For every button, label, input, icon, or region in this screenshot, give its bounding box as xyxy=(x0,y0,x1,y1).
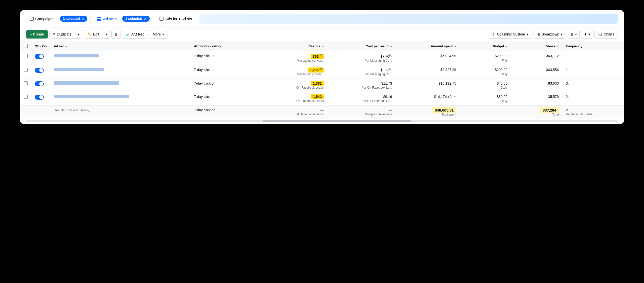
adsets-selected-badge[interactable]: 1 selected ✕ xyxy=(122,16,150,22)
row1-results-sub: Messaging conver... xyxy=(262,59,324,62)
row4-results-cell: 1,542 On-Facebook Leads xyxy=(259,92,327,105)
row1-toggle[interactable] xyxy=(35,54,44,59)
report-chevron-icon: ▾ xyxy=(575,32,577,36)
summary-amount-value: $46,665.81 xyxy=(432,107,456,113)
columns-chevron-icon: ▾ xyxy=(527,32,528,36)
row3-checkbox[interactable] xyxy=(24,81,28,85)
edit-dropdown-button[interactable]: ▾ xyxy=(103,30,110,39)
edit-button[interactable]: ✏️ Edit xyxy=(84,30,103,39)
row4-attribution: 7-day click or... xyxy=(194,95,217,99)
row4-attribution-cell: 7-day click or... xyxy=(190,92,259,105)
row4-adset-name[interactable] xyxy=(54,95,129,98)
row1-amount-cell: $6,024.99 xyxy=(396,51,460,65)
results-sort-icon: ▾ xyxy=(322,45,324,48)
breakdown-label: Breakdown xyxy=(542,32,559,36)
header-results[interactable]: Results ▾ xyxy=(259,41,327,51)
table-row: 7-day click or... 1,206[2] Messaging con… xyxy=(20,65,624,79)
download-button[interactable]: ⬇ ▾ xyxy=(581,30,593,39)
abtest-icon: 🧪 xyxy=(126,32,130,36)
row1-adset-cell xyxy=(50,51,190,65)
more-chevron-icon: ▾ xyxy=(162,32,164,36)
row1-attribution: 7-day click or... xyxy=(194,54,217,58)
budget-sort-icon: ▾ xyxy=(506,45,507,48)
row4-amount-cell: $14,174.42 ✏ xyxy=(396,92,460,105)
header-views[interactable]: Views ▾ xyxy=(511,41,562,51)
row3-budget-cell: $40.00 Daily xyxy=(460,79,511,92)
nav-divider-2 xyxy=(153,15,153,22)
row1-adset-name[interactable] xyxy=(54,54,99,57)
row3-budget: $40.00 xyxy=(497,81,507,85)
summary-freq-cell: 2. Per Accounts Cente... xyxy=(562,105,624,119)
row3-checkbox-cell xyxy=(20,79,31,92)
table-row: 7-day click or... 1,381 On-Facebook Lead… xyxy=(20,79,624,92)
summary-views-value: 837,284 xyxy=(540,107,559,113)
row2-toggle-cell xyxy=(31,65,50,79)
create-button[interactable]: + Create xyxy=(26,30,48,39)
row4-toggle[interactable] xyxy=(35,95,44,100)
row2-toggle[interactable] xyxy=(35,68,44,73)
header-off-on: Off / On xyxy=(31,41,50,51)
row4-adset-cell xyxy=(50,92,190,105)
duplicate-dropdown-button[interactable]: ▾ xyxy=(75,30,82,39)
row1-cost-sub: Per Messaging Co... xyxy=(331,59,392,62)
summary-results-cell: — Multiple conversions xyxy=(259,105,327,119)
row2-budget-cell: $200.00 Daily xyxy=(460,65,511,79)
abtest-button[interactable]: 🧪 A/B test xyxy=(122,30,147,39)
row4-results-sub: On-Facebook Leads xyxy=(262,99,324,103)
header-amount[interactable]: Amount spent ▾ xyxy=(396,41,460,51)
row1-results-value: 782[2] xyxy=(311,54,324,59)
row2-adset-name[interactable] xyxy=(54,68,104,71)
row1-freq-cell: 1. xyxy=(562,51,624,65)
select-all-checkbox[interactable] xyxy=(24,44,28,48)
summary-results-dash: — xyxy=(320,108,324,112)
row2-results-value: 1,206[2] xyxy=(308,67,324,73)
row2-checkbox[interactable] xyxy=(24,68,28,72)
row3-budget-sub: Daily xyxy=(463,86,507,89)
summary-label-cell: Results from 4 ad sets ⓘ xyxy=(50,105,190,119)
campaigns-clear-button[interactable]: ✕ xyxy=(82,17,84,21)
header-adset[interactable]: Ad set ▾ xyxy=(50,41,190,51)
row4-checkbox[interactable] xyxy=(24,95,28,99)
page-icon: 📄 xyxy=(30,17,34,21)
row4-edit-pencil-icon[interactable]: ✏ xyxy=(454,95,456,99)
header-budget[interactable]: Budget ▾ xyxy=(460,41,511,51)
row1-cost-cell: $7.70[2] Per Messaging Co... xyxy=(327,51,396,65)
duplicate-label: Duplicate xyxy=(57,32,71,36)
row2-cost-value: $8.23[2] xyxy=(380,68,392,72)
summary-views-cell: 837,284 Total xyxy=(511,105,562,119)
row3-cost-value: $11.73 xyxy=(381,81,392,85)
row4-freq-cell: 2. xyxy=(562,92,624,105)
delete-button[interactable]: 🗑 xyxy=(111,30,120,39)
campaigns-selected-badge[interactable]: 3 selected ✕ xyxy=(60,16,87,22)
row3-results-cell: 1,381 On-Facebook Leads xyxy=(259,79,327,92)
info-icon: ⓘ xyxy=(87,109,90,112)
columns-button[interactable]: ||| Columns: Custom ▾ xyxy=(489,30,532,39)
horizontal-scrollbar[interactable] xyxy=(26,120,618,122)
charts-button[interactable]: 📊 Charts xyxy=(594,30,618,39)
nav-bar: 📄 Campaigns 3 selected ✕ Ad sets 1 selec… xyxy=(20,10,624,27)
summary-attribution: 7-day click or... xyxy=(194,108,217,112)
row4-cost-sub: Per On-Facebook Le... xyxy=(331,99,392,103)
nav-adsets[interactable]: Ad sets xyxy=(94,15,120,23)
nav-campaigns[interactable]: 📄 Campaigns xyxy=(26,15,58,23)
row2-budget-sub: Daily xyxy=(463,72,507,76)
row3-adset-name[interactable] xyxy=(54,81,119,85)
row3-frequency: 3. xyxy=(566,81,569,85)
header-cost[interactable]: Cost per result ▾ xyxy=(327,41,396,51)
adsets-clear-button[interactable]: ✕ xyxy=(144,17,147,21)
scroll-thumb[interactable] xyxy=(263,120,411,122)
row3-toggle[interactable] xyxy=(35,81,44,86)
more-button[interactable]: More ▾ xyxy=(149,30,168,39)
duplicate-button[interactable]: ⧉ Duplicate xyxy=(49,30,75,39)
row1-checkbox[interactable] xyxy=(24,54,28,58)
row1-attribution-cell: 7-day click or... xyxy=(190,51,259,65)
summary-cost-dash: — xyxy=(389,108,392,112)
row4-amount: $14,174.42 xyxy=(434,95,452,99)
report-button[interactable]: ⊞ ▾ xyxy=(568,30,580,39)
breakdown-button[interactable]: ⊞ Breakdown ▾ xyxy=(534,30,566,39)
toolbar: + Create ⧉ Duplicate ▾ ✏️ Edit ▾ 🗑 xyxy=(20,27,624,41)
row4-views-cell: 35,570 xyxy=(511,92,562,105)
edit-chevron-icon: ▾ xyxy=(105,32,107,36)
summary-amount-sub: Total spent xyxy=(399,113,456,116)
row3-cost-sub: Per On-Facebook Le... xyxy=(331,86,392,89)
